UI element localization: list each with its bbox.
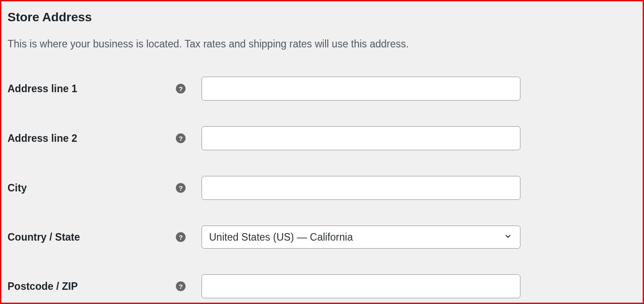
row-postcode-zip: Postcode / ZIP ? bbox=[8, 274, 636, 298]
row-address-line-2: Address line 2 ? bbox=[8, 126, 636, 150]
section-description: This is where your business is located. … bbox=[8, 37, 636, 51]
label-city: City bbox=[8, 182, 27, 194]
label-address-line-1: Address line 1 bbox=[8, 83, 77, 95]
label-address-line-2: Address line 2 bbox=[8, 133, 77, 144]
postcode-zip-input[interactable] bbox=[202, 274, 520, 298]
address-line-2-input[interactable] bbox=[202, 126, 520, 150]
row-city: City ? bbox=[8, 176, 636, 200]
address-line-1-input[interactable] bbox=[202, 77, 520, 101]
country-state-selected-value: United States (US) — California bbox=[209, 231, 353, 243]
help-icon[interactable]: ? bbox=[176, 84, 186, 94]
help-icon[interactable]: ? bbox=[176, 281, 186, 291]
section-title: Store Address bbox=[8, 10, 636, 24]
help-icon[interactable]: ? bbox=[176, 232, 186, 242]
row-country-state: Country / State ? United States (US) — C… bbox=[8, 226, 636, 249]
label-postcode-zip: Postcode / ZIP bbox=[8, 281, 78, 292]
label-country-state: Country / State bbox=[8, 231, 80, 243]
store-address-section: Store Address This is where your busines… bbox=[0, 0, 644, 304]
city-input[interactable] bbox=[202, 176, 520, 200]
country-state-select[interactable]: United States (US) — California bbox=[202, 226, 520, 249]
help-icon[interactable]: ? bbox=[176, 183, 186, 193]
help-icon[interactable]: ? bbox=[176, 133, 186, 143]
row-address-line-1: Address line 1 ? bbox=[8, 77, 636, 101]
